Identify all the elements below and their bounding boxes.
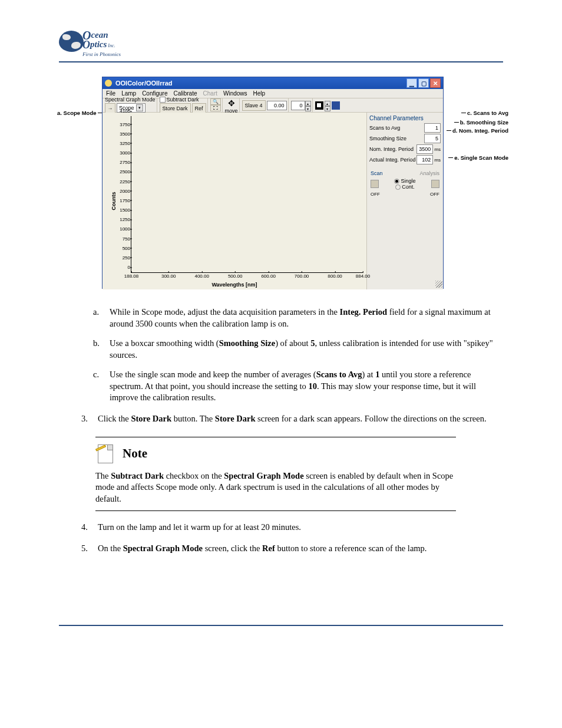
callout-single-scan: e. Single Scan Mode (448, 154, 508, 161)
callout-integ-period: d. Nom. Integ. Period (447, 127, 508, 134)
stop-button[interactable] (315, 101, 323, 110)
param-row: Scans to Avg1 (369, 123, 441, 133)
param-label: Actual Integ. Period (369, 157, 416, 163)
chevron-down-icon: ▾ (136, 104, 143, 111)
small-spinner[interactable]: ▴▾ (325, 101, 330, 110)
menu-configure[interactable]: Configure (142, 90, 167, 97)
param-value[interactable]: 1 (424, 123, 441, 133)
note-text: The Subtract Dark checkbox on the Spectr… (95, 470, 456, 505)
y-tick: 3500 (120, 131, 130, 136)
analysis-legend: Analysis (419, 170, 439, 176)
menu-calibrate[interactable]: Calibrate (174, 90, 197, 97)
y-tick: 500 (123, 245, 130, 251)
toolbar: Spectral Graph Mode → Scope ▾ Subtract D… (103, 98, 443, 113)
zoom-button[interactable]: 🔍 (210, 98, 221, 105)
slave-value[interactable]: 0.00 (267, 101, 287, 110)
x-tick: 300.00 (161, 272, 176, 279)
note-title: Note (123, 446, 147, 461)
value-spinner[interactable]: 0 ▴▾ (291, 101, 311, 110)
y-tick: 3750 (120, 121, 130, 127)
param-unit: ms (434, 147, 441, 152)
chart-area: Counts Wavelengths [nm] 0250500750100012… (103, 113, 366, 289)
off-label-right: OFF (430, 192, 439, 197)
menu-chart: Chart (203, 90, 217, 97)
y-tick: 4100 (120, 108, 130, 114)
menu-lamp[interactable]: Lamp (121, 90, 136, 97)
menu-help[interactable]: Help (253, 90, 266, 97)
footer-rule (59, 625, 503, 626)
param-row: Actual Integ. Period102ms (369, 155, 441, 164)
y-tick: 1750 (120, 197, 130, 203)
x-tick: 700.00 (295, 272, 309, 279)
x-axis-label: Wavelengths [nm] (211, 282, 257, 288)
callout-scans-to-avg: c. Scans to Avg (461, 110, 508, 116)
app-window: OOIColor/OOIIrrad ▁ ▢ ✕ File Lamp Config… (102, 77, 444, 289)
note-box: Note The Subtract Dark checkbox on the S… (95, 437, 456, 512)
callout-smoothing-size: b. Smoothing Size (454, 119, 508, 126)
param-label: Nom. Integ. Period (369, 146, 414, 152)
item-a-marker: a. (93, 307, 99, 318)
menu-file[interactable]: File (106, 90, 115, 97)
embedded-screenshot: a. Scope Mode c. Scans to Avg b. Smoothi… (63, 77, 499, 289)
off-label-left: OFF (371, 192, 380, 197)
step4-text: Turn on the lamp and let it warm up for … (98, 522, 301, 532)
step5-marker: 5. (81, 543, 88, 555)
y-tick: 2000 (120, 188, 130, 193)
single-radio[interactable]: Single (394, 178, 415, 184)
resize-handle[interactable] (435, 281, 442, 288)
cont-radio[interactable]: Cont. (394, 184, 415, 190)
x-tick: 400.00 (194, 272, 209, 279)
scan-indicator-right[interactable] (431, 180, 439, 188)
x-tick: 500.00 (228, 272, 242, 279)
close-button[interactable]: ✕ (430, 78, 441, 88)
item-b-marker: b. (93, 338, 100, 350)
minimize-button[interactable]: ▁ (406, 78, 417, 88)
param-value[interactable]: 102 (416, 155, 433, 164)
window-title: OOIColor/OOIIrrad (115, 80, 406, 87)
titlebar[interactable]: OOIColor/OOIIrrad ▁ ▢ ✕ (103, 77, 443, 89)
app-icon (105, 80, 112, 87)
fullscreen-button[interactable]: ⛶ (210, 105, 221, 111)
param-row: Nom. Integ. Period3500ms (369, 144, 441, 154)
param-value[interactable]: 3500 (416, 144, 433, 154)
scan-legend: Scan (371, 170, 383, 176)
graph-mode-label: Spectral Graph Mode (105, 97, 156, 103)
item-a-text: While in Scope mode, adjust the data acq… (110, 307, 491, 328)
subtract-dark-checkbox[interactable]: Subtract Dark (160, 97, 199, 103)
maximize-button[interactable]: ▢ (418, 78, 429, 88)
y-tick: 1000 (120, 226, 130, 232)
y-tick: 750 (123, 236, 130, 241)
y-tick: 0 (128, 265, 130, 270)
y-axis-label: Counts (111, 192, 117, 210)
scan-indicator-left[interactable] (371, 180, 379, 188)
item-c-text: Use the single scan mode and keep the nu… (110, 370, 476, 402)
y-tick: 2750 (120, 160, 130, 165)
panel-title: Channel Parameters (369, 115, 441, 121)
note-icon (95, 443, 117, 465)
scan-box: Scan Analysis Single Cont. OFF (369, 168, 441, 199)
item-c-marker: c. (93, 369, 99, 381)
menu-windows[interactable]: Windows (223, 90, 247, 97)
x-tick: 800.00 (328, 272, 342, 279)
step3-text: Click the Store Dark button. The Store D… (98, 414, 487, 423)
page-header: Ocean Optics Inc. First in Photonics (59, 29, 503, 55)
hand-icon[interactable]: ✥ (228, 98, 235, 108)
param-value[interactable]: 5 (424, 134, 441, 143)
channel-parameters-panel: Channel Parameters Scans to Avg1Smoothin… (366, 113, 443, 289)
y-tick: 3000 (120, 150, 130, 156)
header-rule (59, 61, 503, 62)
slave-label[interactable]: Slave 4 (242, 100, 266, 111)
y-tick: 2250 (120, 179, 130, 184)
x-tick: 188.08 (124, 272, 138, 279)
step4-marker: 4. (81, 522, 88, 533)
y-tick: 1250 (120, 217, 130, 222)
save-icon[interactable] (332, 101, 340, 110)
step3-marker: 3. (81, 413, 88, 425)
plot-surface[interactable]: 0250500750100012501500175020002250250027… (131, 116, 363, 273)
param-label: Scans to Avg (369, 125, 400, 131)
x-tick: 600.00 (261, 272, 275, 279)
y-tick: 1500 (120, 207, 130, 213)
param-row: Smoothing Size5 (369, 134, 441, 143)
item-b-text: Use a boxcar smoothing width (Smoothing … (110, 338, 493, 360)
y-tick: 2500 (120, 169, 130, 174)
